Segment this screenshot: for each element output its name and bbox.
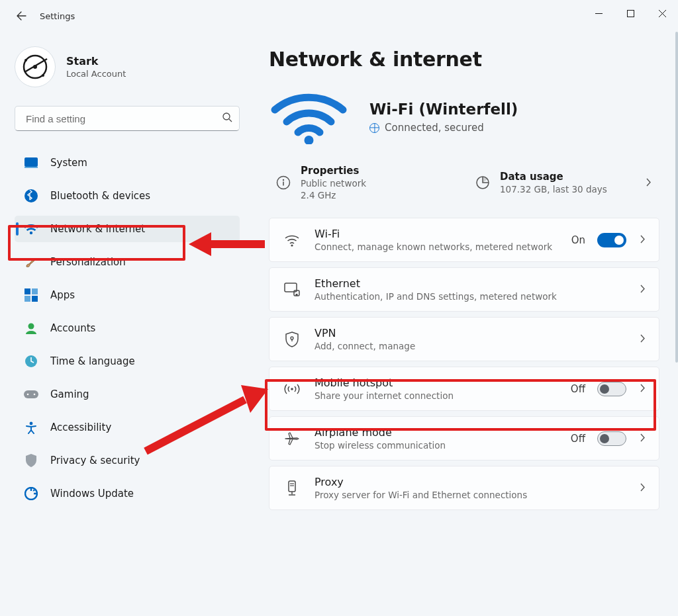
sidebar-item-accounts[interactable]: Accounts bbox=[15, 315, 240, 341]
card-subtitle: Share your internet connection bbox=[315, 390, 557, 401]
card-subtitle: Proxy server for Wi-Fi and Ethernet conn… bbox=[315, 490, 625, 500]
sidebar-nav: System Bluetooth & devices Network & int… bbox=[15, 150, 240, 507]
svg-rect-17 bbox=[24, 296, 30, 302]
card-vpn[interactable]: VPN Add, connect, manage bbox=[269, 317, 659, 361]
sidebar-item-accessibility[interactable]: Accessibility bbox=[15, 414, 240, 441]
window-maximize-button[interactable] bbox=[614, 0, 646, 26]
sidebar-item-network[interactable]: Network & internet bbox=[15, 216, 240, 242]
sidebar-item-gaming[interactable]: Gaming bbox=[15, 381, 240, 408]
system-icon bbox=[24, 155, 38, 170]
user-avatar bbox=[15, 46, 56, 87]
sidebar-item-system[interactable]: System bbox=[15, 150, 240, 176]
card-ethernet[interactable]: Ethernet Authentication, IP and DNS sett… bbox=[269, 267, 659, 312]
sidebar-item-label: Gaming bbox=[50, 388, 89, 400]
apps-icon bbox=[24, 288, 38, 302]
sidebar-item-label: Privacy & security bbox=[50, 455, 140, 466]
sidebar-item-label: Network & internet bbox=[50, 223, 145, 235]
card-wifi[interactable]: Wi-Fi Connect, manage known networks, me… bbox=[269, 218, 659, 262]
svg-point-35 bbox=[291, 337, 293, 339]
large-wifi-icon bbox=[269, 91, 348, 144]
svg-point-22 bbox=[27, 394, 29, 396]
chevron-right-icon bbox=[644, 177, 653, 189]
svg-point-9 bbox=[223, 113, 230, 120]
back-button[interactable] bbox=[11, 5, 32, 26]
svg-point-24 bbox=[30, 422, 33, 425]
card-subtitle: Add, connect, manage bbox=[315, 341, 625, 351]
properties-heading: Properties bbox=[301, 165, 366, 177]
shield-icon bbox=[24, 453, 38, 468]
card-subtitle: Stop wireless communication bbox=[315, 440, 557, 451]
user-name: Stark bbox=[66, 55, 126, 67]
wifi-icon bbox=[24, 222, 38, 236]
svg-point-14 bbox=[30, 232, 32, 234]
properties-card[interactable]: Properties Public network 2.4 GHz bbox=[269, 163, 460, 202]
info-icon bbox=[275, 175, 291, 191]
svg-point-26 bbox=[304, 136, 313, 144]
sidebar-item-apps[interactable]: Apps bbox=[15, 282, 240, 308]
paintbrush-icon bbox=[24, 255, 38, 269]
toggle-label: Off bbox=[571, 433, 585, 445]
sidebar-item-bluetooth[interactable]: Bluetooth & devices bbox=[15, 183, 240, 209]
chevron-right-icon bbox=[638, 333, 647, 345]
proxy-icon bbox=[283, 479, 301, 498]
svg-rect-18 bbox=[32, 296, 38, 302]
card-title: Airplane mode bbox=[315, 426, 557, 439]
hotspot-icon bbox=[283, 380, 301, 398]
svg-rect-16 bbox=[32, 288, 38, 294]
wifi-toggle[interactable] bbox=[597, 233, 626, 247]
sidebar-item-time[interactable]: Time & language bbox=[15, 348, 240, 374]
search-box[interactable] bbox=[15, 106, 240, 131]
svg-rect-1 bbox=[627, 10, 634, 17]
card-proxy[interactable]: Proxy Proxy server for Wi-Fi and Etherne… bbox=[269, 466, 659, 510]
window-minimize-button[interactable] bbox=[583, 0, 614, 26]
chevron-right-icon bbox=[638, 482, 647, 494]
app-title: Settings bbox=[40, 11, 75, 21]
person-icon bbox=[24, 321, 38, 335]
card-title: Mobile hotspot bbox=[315, 376, 557, 389]
title-bar: Settings bbox=[0, 0, 678, 32]
card-airplane[interactable]: Airplane mode Stop wireless communicatio… bbox=[269, 416, 659, 461]
sidebar-item-label: Windows Update bbox=[50, 488, 134, 500]
globe-icon bbox=[369, 123, 379, 133]
hotspot-toggle[interactable] bbox=[597, 382, 626, 396]
svg-point-28 bbox=[283, 179, 284, 181]
sidebar-item-privacy[interactable]: Privacy & security bbox=[15, 447, 240, 474]
ethernet-icon bbox=[283, 281, 301, 299]
card-subtitle: Authentication, IP and DNS settings, met… bbox=[315, 291, 625, 302]
svg-point-8 bbox=[42, 74, 44, 77]
svg-rect-21 bbox=[24, 390, 38, 398]
scrollbar[interactable] bbox=[675, 32, 678, 363]
sidebar-item-label: Accounts bbox=[50, 322, 95, 334]
card-title: Proxy bbox=[315, 476, 625, 488]
properties-line2: 2.4 GHz bbox=[301, 190, 366, 200]
user-block[interactable]: Stark Local Account bbox=[15, 46, 244, 87]
network-status-text: Connected, secured bbox=[385, 122, 484, 134]
window-close-button[interactable] bbox=[646, 0, 678, 26]
toggle-label: Off bbox=[571, 383, 585, 395]
card-subtitle: Connect, manage known networks, metered … bbox=[315, 242, 558, 252]
svg-point-23 bbox=[34, 394, 36, 396]
card-title: Ethernet bbox=[315, 277, 625, 290]
svg-rect-29 bbox=[283, 182, 284, 186]
sidebar-item-personalization[interactable]: Personalization bbox=[15, 249, 240, 275]
toggle-label: On bbox=[571, 234, 585, 246]
chevron-right-icon bbox=[638, 432, 647, 445]
airplane-toggle[interactable] bbox=[597, 431, 626, 446]
page-title: Network & internet bbox=[269, 48, 659, 71]
sidebar-item-label: Time & language bbox=[50, 355, 135, 367]
search-icon bbox=[222, 112, 232, 125]
sidebar-item-label: Bluetooth & devices bbox=[50, 190, 150, 202]
svg-point-31 bbox=[291, 244, 293, 246]
svg-point-7 bbox=[24, 59, 27, 62]
sidebar-item-update[interactable]: Windows Update bbox=[15, 480, 240, 507]
properties-line1: Public network bbox=[301, 178, 366, 189]
data-usage-heading: Data usage bbox=[500, 171, 607, 183]
update-icon bbox=[24, 486, 38, 501]
chevron-right-icon bbox=[638, 283, 647, 296]
card-hotspot[interactable]: Mobile hotspot Share your internet conne… bbox=[269, 367, 659, 411]
data-usage-line1: 107.32 GB, last 30 days bbox=[500, 184, 607, 195]
search-input[interactable] bbox=[24, 112, 222, 125]
data-usage-icon bbox=[475, 175, 491, 191]
svg-point-6 bbox=[33, 65, 37, 69]
data-usage-card[interactable]: Data usage 107.32 GB, last 30 days bbox=[468, 163, 659, 202]
